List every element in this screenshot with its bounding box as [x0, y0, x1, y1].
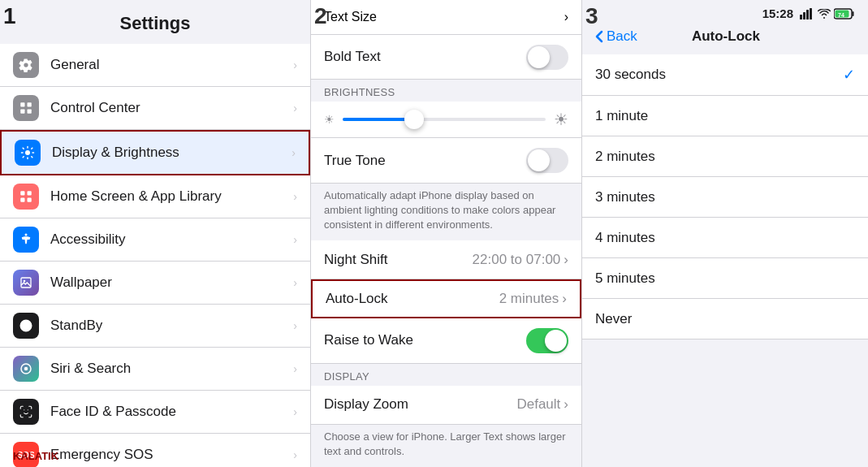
svg-rect-10: [21, 278, 31, 288]
display-zoom-row[interactable]: Display Zoom Default ›: [311, 386, 581, 425]
svg-point-13: [24, 367, 28, 371]
svg-rect-6: [28, 191, 32, 195]
bold-text-row[interactable]: Bold Text: [311, 35, 581, 80]
bold-text-toggle[interactable]: [526, 45, 568, 70]
brightness-low-icon: ☀: [324, 113, 335, 126]
sidebar-item-standby[interactable]: StandBy ›: [0, 305, 310, 348]
auto-lock-title: Auto-Lock: [637, 28, 814, 45]
chevron-icon: ›: [293, 448, 297, 461]
night-shift-value: 22:00 to 07:00 ›: [473, 252, 568, 268]
display-brightness-icon: [15, 140, 41, 166]
sidebar-item-control-center[interactable]: Control Center ›: [0, 87, 310, 130]
svg-rect-14: [800, 15, 802, 19]
sidebar-item-general[interactable]: General ›: [0, 44, 310, 87]
true-tone-label: True Tone: [324, 153, 386, 169]
chevron-icon: ›: [293, 405, 297, 418]
auto-lock-option-1m[interactable]: 1 minute: [582, 96, 868, 136]
accessibility-label: Accessibility: [50, 231, 293, 248]
svg-rect-19: [853, 11, 854, 16]
back-chevron-icon: [595, 30, 603, 43]
raise-to-wake-row[interactable]: Raise to Wake: [311, 318, 581, 363]
true-tone-row[interactable]: True Tone: [311, 138, 581, 183]
sidebar-item-wallpaper[interactable]: Wallpaper ›: [0, 262, 310, 305]
brightness-slider-thumb[interactable]: [404, 110, 424, 129]
sidebar-item-display-brightness[interactable]: Display & Brightness ›: [0, 130, 310, 175]
auto-lock-option-30s[interactable]: 30 seconds ✓: [582, 54, 868, 96]
text-size-row[interactable]: Text Size ›: [311, 0, 581, 35]
svg-rect-3: [28, 110, 32, 114]
sidebar-item-home-screen[interactable]: Home Screen & App Library ›: [0, 175, 310, 218]
raise-to-wake-toggle[interactable]: [526, 328, 568, 353]
chevron-icon: ›: [293, 233, 297, 246]
display-brightness-panel: 2 Text Size › Bold Text BRIGHTNESS ☀ ☀ T…: [311, 0, 582, 467]
raise-to-wake-label: Raise to Wake: [324, 332, 413, 348]
home-screen-icon: [13, 184, 39, 210]
brightness-slider-track[interactable]: [343, 118, 546, 121]
sidebar-item-siri-search[interactable]: Siri & Search ›: [0, 348, 310, 391]
status-bar: 15:28 74: [582, 0, 868, 24]
svg-text:74: 74: [838, 12, 844, 18]
svg-rect-1: [28, 102, 32, 106]
toggle-knob: [528, 46, 550, 68]
chevron-icon: ›: [293, 362, 297, 375]
panel-number-1: 1: [3, 3, 16, 29]
auto-lock-option-never[interactable]: Never: [582, 299, 868, 339]
back-button[interactable]: Back: [595, 28, 637, 45]
toggle-knob: [528, 149, 550, 171]
option-4m-label: 4 minutes: [595, 230, 655, 246]
auto-lock-option-3m[interactable]: 3 minutes: [582, 177, 868, 218]
bold-text-label: Bold Text: [324, 49, 381, 65]
svg-point-4: [25, 150, 30, 155]
chevron-icon: ›: [293, 102, 297, 115]
emergency-sos-label: Emergency SOS: [50, 447, 293, 463]
night-shift-row[interactable]: Night Shift 22:00 to 07:00 ›: [311, 240, 581, 279]
general-label: General: [50, 57, 293, 73]
brightness-slider-row[interactable]: ☀ ☀: [311, 102, 581, 138]
control-center-icon: [13, 95, 39, 121]
status-time: 15:28: [762, 6, 793, 20]
panel-number-3: 3: [585, 3, 598, 29]
auto-lock-row[interactable]: Auto-Lock 2 minutes ›: [311, 279, 581, 318]
option-1m-label: 1 minute: [595, 108, 648, 124]
true-tone-desc: Automatically adapt iPhone display based…: [311, 184, 581, 241]
sidebar-item-accessibility[interactable]: Accessibility ›: [0, 218, 310, 262]
battery-icon: 74: [834, 8, 855, 19]
svg-point-9: [25, 234, 28, 236]
chevron-icon: ›: [293, 58, 297, 71]
auto-lock-label: Auto-Lock: [326, 291, 388, 307]
standby-icon: [13, 313, 39, 339]
auto-lock-option-4m[interactable]: 4 minutes: [582, 218, 868, 258]
auto-lock-option-5m[interactable]: 5 minutes: [582, 258, 868, 299]
sidebar-item-face-id[interactable]: Face ID & Passcode ›: [0, 391, 310, 434]
settings-panel: 1 Settings General › Control Center › Di…: [0, 0, 311, 467]
checkmark-icon: ✓: [843, 66, 855, 84]
siri-icon: [13, 356, 39, 382]
svg-point-11: [24, 280, 26, 283]
brightness-high-icon: ☀: [554, 110, 568, 129]
settings-title: Settings: [16, 13, 294, 34]
watermark: KALATIK: [13, 450, 58, 462]
svg-rect-17: [810, 8, 812, 19]
svg-rect-2: [20, 110, 24, 114]
svg-rect-8: [28, 198, 32, 202]
display-section-header: DISPLAY: [311, 364, 581, 386]
option-never-label: Never: [595, 311, 632, 327]
toggle-knob: [545, 330, 567, 352]
text-size-label: Text Size: [324, 10, 377, 24]
control-center-label: Control Center: [50, 100, 293, 116]
back-label: Back: [607, 28, 637, 45]
display-zoom-label: Display Zoom: [324, 396, 408, 413]
brightness-slider-fill: [343, 118, 414, 121]
auto-lock-value: 2 minutes ›: [499, 291, 567, 307]
true-tone-toggle[interactable]: [526, 148, 568, 173]
svg-rect-16: [806, 10, 809, 19]
svg-rect-7: [20, 198, 24, 202]
face-id-label: Face ID & Passcode: [50, 404, 293, 420]
auto-lock-option-2m[interactable]: 2 minutes: [582, 136, 868, 177]
accessibility-icon: [13, 227, 39, 253]
brightness-section-header: BRIGHTNESS: [311, 80, 581, 102]
display-zoom-desc: Choose a view for iPhone. Larger Text sh…: [311, 425, 581, 467]
siri-search-label: Siri & Search: [50, 361, 293, 377]
wallpaper-icon: [13, 270, 39, 296]
wifi-icon: [818, 9, 831, 19]
